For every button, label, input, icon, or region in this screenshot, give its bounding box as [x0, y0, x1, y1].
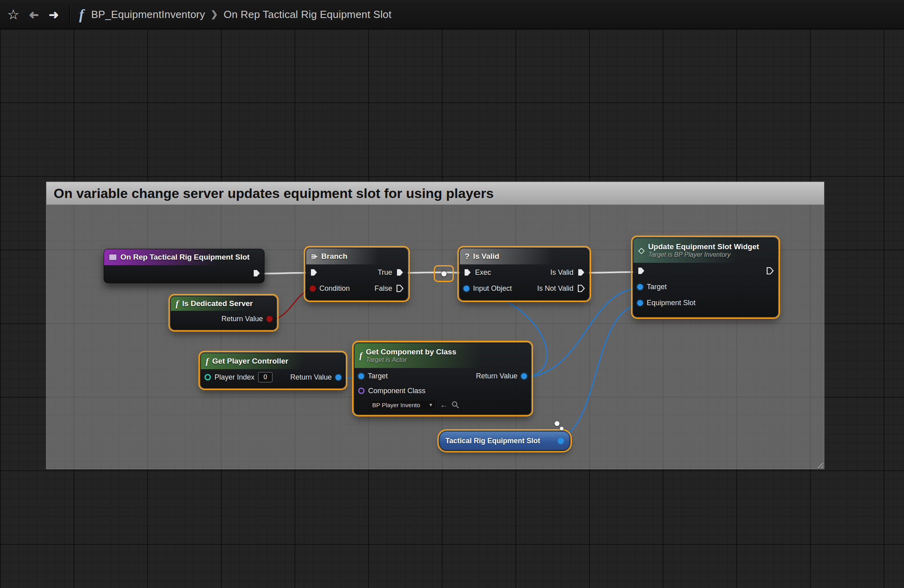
pin-label-is-not-valid: Is Not Valid [537, 284, 573, 293]
node-header[interactable]: f Get Component by Class Target is Actor [355, 343, 531, 368]
exec-out-pin-icon[interactable] [766, 267, 774, 275]
true-exec-pin-icon[interactable] [396, 268, 404, 276]
node-header[interactable]: On Rep Tactical Rig Equipment Slot [104, 249, 264, 265]
exec-in-pin-icon[interactable] [310, 268, 318, 276]
back-arrow-icon[interactable]: ➜ [29, 8, 39, 22]
condition-pin[interactable] [310, 286, 316, 292]
node-header[interactable]: ? Is Valid [460, 248, 589, 264]
node-header[interactable]: ⋔ Branch [306, 248, 407, 264]
comment-title: On variable change server updates equipm… [54, 186, 494, 201]
is-valid-exec-pin-icon[interactable] [577, 268, 585, 276]
dropdown-caret-icon: ▼ [429, 402, 433, 407]
node-header[interactable]: f Is Dedicated Server [171, 296, 276, 311]
exec-in-pin-icon[interactable] [637, 267, 645, 275]
component-class-dropdown[interactable]: BP Player Invento ▼ [369, 399, 436, 411]
false-exec-pin-icon[interactable] [396, 284, 404, 292]
return-value-pin[interactable] [521, 373, 527, 379]
player-index-input[interactable]: 0 [258, 372, 273, 382]
pin-label-return-value: Return Value [476, 372, 517, 380]
pin-label-return-value: Return Value [290, 373, 332, 382]
pin-label-exec: Exec [475, 268, 491, 277]
breadcrumb-separator-icon: ❯ [210, 9, 218, 20]
node-get-tactical-rig-equipment-slot[interactable]: Tactical Rig Equipment Slot [439, 431, 570, 450]
node-on-rep-tactical-rig-equipment-slot[interactable]: On Rep Tactical Rig Equipment Slot [104, 249, 265, 283]
node-title: Get Player Controller [212, 357, 288, 366]
node-subtitle: Target is BP Player Inventory [648, 251, 759, 258]
cursor-dot [560, 427, 563, 430]
reroute-pin[interactable] [441, 271, 447, 276]
reroute-node[interactable] [434, 265, 454, 282]
variable-name: Tactical Rig Equipment Slot [445, 437, 540, 445]
favorite-star-icon[interactable]: ☆ [7, 6, 19, 22]
pin-label-is-valid: Is Valid [550, 268, 573, 277]
forward-arrow-icon[interactable]: ➜ [49, 8, 59, 22]
node-subtitle: Target is Actor [366, 356, 456, 364]
browse-magnifier-icon[interactable] [451, 401, 459, 409]
pin-label-component-class: Component Class [368, 387, 425, 395]
exec-in-pin-icon[interactable] [463, 268, 471, 276]
node-title: Get Component by Class [366, 348, 456, 356]
exec-out-pin-icon[interactable] [253, 269, 261, 277]
player-index-pin[interactable] [204, 374, 211, 380]
use-selected-asset-icon[interactable]: ← [440, 401, 448, 409]
target-pin[interactable] [637, 284, 643, 290]
node-title: Is Dedicated Server [182, 299, 253, 308]
input-object-pin[interactable] [463, 286, 469, 292]
function-icon: f [176, 298, 178, 309]
node-title: Is Valid [473, 252, 499, 261]
node-update-equipment-slot-widget[interactable]: ◇ Update Equipment Slot Widget Target is… [633, 238, 778, 317]
comment-box[interactable]: On variable change server updates equipm… [46, 182, 824, 469]
comment-resize-handle[interactable] [815, 460, 823, 468]
pin-label-target: Target [368, 372, 388, 380]
component-class-pin[interactable] [358, 388, 365, 394]
is-not-valid-exec-pin-icon[interactable] [577, 284, 585, 292]
function-icon: f [206, 356, 208, 366]
pin-label-true: True [378, 268, 392, 277]
toolbar-divider [69, 5, 70, 24]
pin-label-input-object: Input Object [473, 284, 512, 293]
node-get-player-controller[interactable]: f Get Player Controller Player Index 0 R… [200, 353, 345, 388]
question-icon: ? [465, 252, 469, 261]
rep-notify-icon [109, 254, 117, 260]
pin-label-false: False [375, 284, 392, 293]
node-header[interactable]: ◇ Update Equipment Slot Widget Target is… [633, 238, 778, 263]
mouse-cursor [555, 421, 567, 433]
return-value-pin[interactable] [335, 374, 341, 380]
cursor-dot [555, 421, 559, 426]
return-value-pin[interactable] [267, 316, 273, 322]
node-is-dedicated-server[interactable]: f Is Dedicated Server Return Value [170, 296, 277, 330]
breadcrumb-blueprint[interactable]: BP_EquipmentInventory [91, 8, 205, 21]
node-get-component-by-class[interactable]: f Get Component by Class Target is Actor… [354, 343, 531, 414]
node-is-valid[interactable]: ? Is Valid Exec Is Valid Input Object Is… [459, 248, 589, 300]
pin-label-return-value: Return Value [221, 315, 263, 323]
component-class-value: BP Player Invento [372, 402, 420, 408]
node-branch[interactable]: ⋔ Branch True Condition False [306, 248, 408, 300]
node-title: Branch [321, 252, 347, 261]
toolbar: ☆ ➜ ➜ f BP_EquipmentInventory ❯ On Rep T… [0, 0, 904, 29]
variable-out-pin[interactable] [558, 438, 564, 444]
equipment-slot-pin[interactable] [637, 300, 643, 306]
function-icon: f [359, 350, 362, 361]
branch-icon: ⋔ [309, 253, 319, 260]
node-header[interactable]: f Get Player Controller [201, 353, 345, 369]
widget-function-icon: ◇ [638, 246, 644, 255]
node-title: On Rep Tactical Rig Equipment Slot [120, 253, 250, 262]
pin-label-player-index: Player Index [214, 373, 255, 382]
pin-label-condition: Condition [319, 284, 350, 293]
comment-header[interactable]: On variable change server updates equipm… [46, 182, 824, 205]
breadcrumb-function[interactable]: On Rep Tactical Rig Equipment Slot [224, 8, 392, 21]
function-icon: f [79, 6, 84, 23]
pin-label-equipment-slot: Equipment Slot [647, 299, 696, 307]
node-title: Update Equipment Slot Widget [648, 242, 759, 251]
pin-label-target: Target [647, 283, 667, 291]
target-pin[interactable] [358, 373, 364, 379]
